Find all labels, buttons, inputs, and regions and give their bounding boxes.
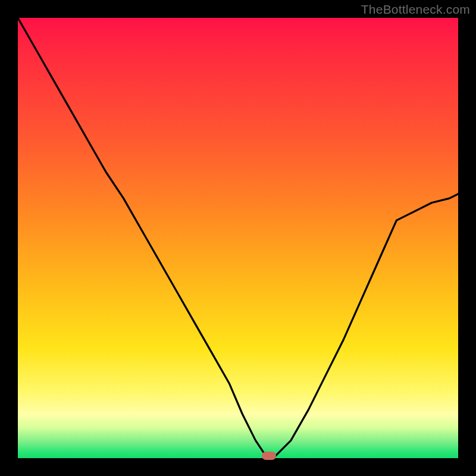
watermark-text: TheBottleneck.com	[361, 2, 470, 17]
outer-frame: TheBottleneck.com	[0, 0, 476, 476]
bottleneck-curve-path	[18, 18, 458, 458]
gradient-plot-area	[18, 18, 458, 458]
optimum-marker	[262, 452, 276, 460]
curve-svg	[18, 18, 458, 458]
